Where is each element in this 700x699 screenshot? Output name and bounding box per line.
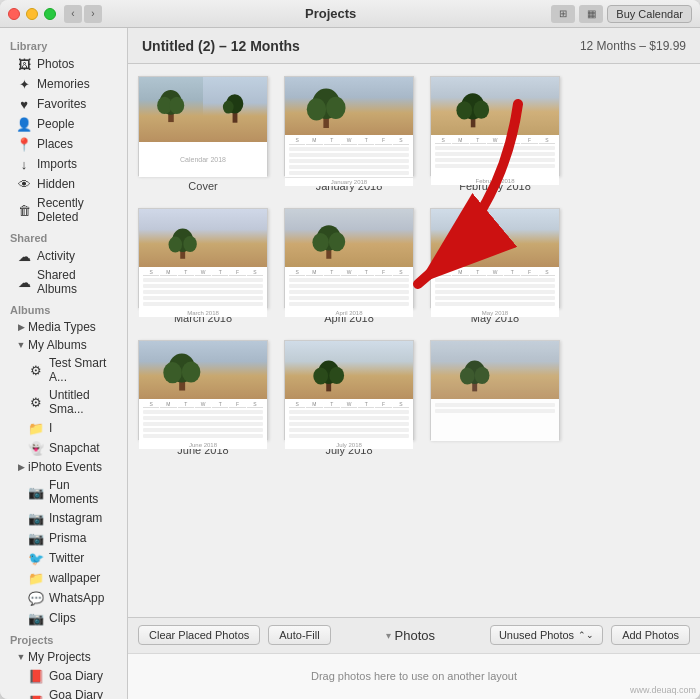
recently-deleted-icon: 🗑 [16,202,32,218]
sidebar-label-snapchat: Snapchat [49,441,100,455]
svg-point-25 [461,238,474,254]
svg-point-33 [313,367,328,384]
sidebar-label-instagram: Instagram [49,511,102,525]
content-area: Untitled (2) – 12 Months 12 Months – $19… [128,28,700,699]
sidebar-label-recently-deleted: Recently Deleted [37,196,117,224]
sidebar-item-goa-diary-1[interactable]: 📕 Goa Diary (1) [2,686,125,699]
sidebar-item-album-i[interactable]: 📁 I [2,418,125,438]
sidebar-label-media-types: Media Types [28,320,96,334]
sidebar-label-iphoto-events: iPhoto Events [28,460,102,474]
svg-point-21 [312,233,328,252]
sidebar-item-fun-moments[interactable]: 📷 Fun Moments [2,476,125,508]
main-layout: Library 🖼 Photos ✦ Memories ♥ Favorites … [0,28,700,699]
sidebar-label-twitter: Twitter [49,551,84,565]
sidebar-item-prisma[interactable]: 📷 Prisma [2,528,125,548]
unused-photos-select[interactable]: Unused Photos ⌃⌄ [490,625,603,645]
nav-back-button[interactable]: ‹ [64,5,82,23]
svg-point-17 [169,237,183,253]
sidebar-item-places[interactable]: 📍 Places [2,134,125,154]
sidebar-item-clips[interactable]: 📷 Clips [2,608,125,628]
twitter-icon: 🐦 [28,550,44,566]
svg-point-29 [163,362,182,383]
calendar-jan-page: S M T W T F S [284,76,414,176]
calendar-jul-item[interactable]: S M T W T F S [284,340,414,456]
sidebar-item-iphoto-events[interactable]: ▶ iPhoto Events [2,458,125,476]
sidebar-item-untitled-sma[interactable]: ⚙ Untitled Sma... [2,386,125,418]
sidebar-item-activity[interactable]: ☁ Activity [2,246,125,266]
disclosure-media-types: ▶ [16,322,26,332]
calendar-aug-partial-item[interactable] [430,340,560,456]
sidebar-item-favorites[interactable]: ♥ Favorites [2,94,125,114]
photo-grid: Calendar 2018 Cover [128,64,700,617]
autofill-button[interactable]: Auto-Fill [268,625,330,645]
sidebar-item-recently-deleted[interactable]: 🗑 Recently Deleted [2,194,125,226]
calendar-jan-item[interactable]: S M T W T F S [284,76,414,192]
svg-point-26 [476,237,489,253]
projects-section-header: Projects [0,628,127,648]
sidebar-label-untitled-sma: Untitled Sma... [49,388,117,416]
svg-point-13 [456,101,472,119]
sidebar-item-twitter[interactable]: 🐦 Twitter [2,548,125,568]
close-button[interactable] [8,8,20,20]
calendar-mar-item[interactable]: S M T W T F S [138,208,268,324]
sidebar-label-imports: Imports [37,157,77,171]
svg-point-10 [326,97,345,119]
sidebar-item-test-smart[interactable]: ⚙ Test Smart A... [2,354,125,386]
maximize-button[interactable] [44,8,56,20]
sidebar-label-clips: Clips [49,611,76,625]
sidebar-item-memories[interactable]: ✦ Memories [2,74,125,94]
sidebar-item-hidden[interactable]: 👁 Hidden [2,174,125,194]
buy-calendar-button[interactable]: Buy Calendar [607,5,692,23]
sidebar-item-my-albums[interactable]: ▼ My Albums [2,336,125,354]
sidebar-item-shared-albums[interactable]: ☁ Shared Albums [2,266,125,298]
sidebar-item-wallpaper[interactable]: 📁 wallpaper [2,568,125,588]
disclosure-iphoto-events: ▶ [16,462,26,472]
calendar-may-item[interactable]: S M T W T F S [430,208,560,324]
sidebar-label-places: Places [37,137,73,151]
add-photos-button[interactable]: Add Photos [611,625,690,645]
clear-placed-photos-button[interactable]: Clear Placed Photos [138,625,260,645]
favorites-icon: ♥ [16,96,32,112]
content-header: Untitled (2) – 12 Months 12 Months – $19… [128,28,700,64]
svg-point-22 [329,232,345,251]
photos-dropdown[interactable]: ▾ Photos [339,628,482,643]
minimize-button[interactable] [26,8,38,20]
content-title: Untitled (2) – 12 Months [142,38,300,54]
sidebar-label-people: People [37,117,74,131]
snapchat-icon: 👻 [28,440,44,456]
sidebar-toggle-button[interactable]: ⊞ [551,5,575,23]
traffic-lights [8,8,56,20]
activity-icon: ☁ [16,248,32,264]
places-icon: 📍 [16,136,32,152]
view-toggle-button[interactable]: ▦ [579,5,603,23]
sidebar-item-goa-diary[interactable]: 📕 Goa Diary [2,666,125,686]
sidebar-item-imports[interactable]: ↓ Imports [2,154,125,174]
sidebar-item-instagram[interactable]: 📷 Instagram [2,508,125,528]
sidebar-item-whatsapp[interactable]: 💬 WhatsApp [2,588,125,608]
tree-svg-feb [453,87,538,135]
svg-point-6 [223,101,234,114]
calendar-jun-item[interactable]: S M T W T F S [138,340,268,456]
sidebar-label-activity: Activity [37,249,75,263]
sidebar-item-people[interactable]: 👤 People [2,114,125,134]
memories-icon: ✦ [16,76,32,92]
sidebar-item-photos[interactable]: 🖼 Photos [2,54,125,74]
sidebar-item-media-types[interactable]: ▶ Media Types [2,318,125,336]
app-window: ‹ › Projects ⊞ ▦ Buy Calendar Library 🖼 … [0,0,700,699]
sidebar-label-prisma: Prisma [49,531,86,545]
calendar-cover-item[interactable]: Calendar 2018 Cover [138,76,268,192]
calendar-feb-item[interactable]: S M T W T F S [430,76,560,192]
calendar-mar-page: S M T W T F S [138,208,268,308]
calendar-apr-item[interactable]: S M T W T F S [284,208,414,324]
nav-forward-button[interactable]: › [84,5,102,23]
jul-month-label: July 2018 [285,441,413,449]
sidebar-item-my-projects[interactable]: ▼ My Projects [2,648,125,666]
instagram-icon: 📷 [28,510,44,526]
unused-label: Unused Photos [499,629,574,641]
shared-section-header: Shared [0,226,127,246]
disclosure-my-albums: ▼ [16,340,26,350]
sidebar-item-snapchat[interactable]: 👻 Snapchat [2,438,125,458]
bottom-hint-area: Drag photos here to use on another layou… [128,654,700,699]
goa-diary-icon: 📕 [28,668,44,684]
sidebar-label-wallpaper: wallpaper [49,571,100,585]
